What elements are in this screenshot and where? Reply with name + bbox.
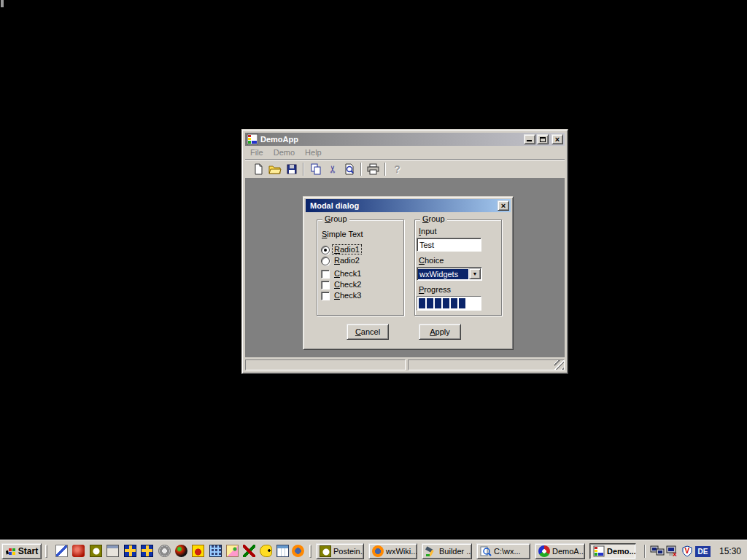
minimize-icon bbox=[527, 140, 532, 141]
choice-combobox[interactable]: wxWidgets ▼ bbox=[417, 267, 482, 281]
svg-text:×: × bbox=[673, 551, 677, 558]
demoapp-icon bbox=[247, 133, 258, 145]
svg-text:V: V bbox=[685, 547, 690, 555]
maximize-icon bbox=[540, 137, 546, 142]
minimize-button[interactable] bbox=[524, 134, 535, 144]
app-titlebar[interactable]: DemoApp × bbox=[245, 133, 565, 146]
quicklaunch-window-paper-icon[interactable] bbox=[107, 545, 119, 557]
check1-label[interactable]: Check1 bbox=[334, 269, 361, 278]
antivirus-shield-icon[interactable]: V bbox=[682, 545, 692, 557]
chevron-down-icon[interactable]: ▼ bbox=[469, 268, 481, 279]
taskbar-button-demoapp-active[interactable]: Demo... bbox=[589, 543, 636, 559]
quicklaunch-blue-figure-icon[interactable] bbox=[124, 545, 136, 557]
maximize-button[interactable] bbox=[537, 134, 549, 144]
dialog-close-button[interactable]: × bbox=[498, 201, 509, 211]
group-box-left: Group Simple Text Radio1 Radio2 Check1 C… bbox=[317, 219, 404, 316]
dialog-titlebar[interactable]: Modal dialog × bbox=[306, 199, 511, 212]
check3-label[interactable]: Check3 bbox=[334, 291, 361, 300]
close-button[interactable]: × bbox=[551, 134, 563, 144]
start-button[interactable]: Start bbox=[1, 543, 42, 559]
desktop-artifact bbox=[1, 0, 4, 7]
menubar: File Demo Help bbox=[245, 146, 565, 159]
network-disconnected-icon[interactable]: × bbox=[666, 545, 679, 558]
app-window-title: DemoApp bbox=[260, 135, 522, 144]
desktop: DemoApp × File Demo Help ✂ ? bbox=[0, 0, 747, 560]
quicklaunch-image-icon[interactable] bbox=[226, 545, 239, 557]
tray-divider bbox=[644, 545, 646, 558]
quicklaunch-red-green-x-icon[interactable] bbox=[243, 545, 255, 557]
radio1-label[interactable]: Radio1 bbox=[333, 245, 361, 254]
quicklaunch-yellow-flame-icon[interactable] bbox=[192, 545, 204, 557]
menu-file[interactable]: File bbox=[245, 147, 268, 158]
check3-box[interactable] bbox=[321, 292, 330, 300]
input-label: Input bbox=[419, 227, 436, 236]
copy-icon[interactable] bbox=[307, 161, 324, 177]
toolbar: ✂ ? bbox=[245, 159, 565, 178]
apply-button[interactable]: Apply bbox=[419, 324, 461, 340]
check2-box[interactable] bbox=[321, 281, 330, 289]
taskbar-gripper[interactable] bbox=[309, 545, 311, 558]
cut-icon[interactable]: ✂ bbox=[324, 161, 341, 177]
taskbar-button-wxwiki[interactable]: wxWiki... bbox=[368, 543, 417, 559]
taskbar-button-posteingang[interactable]: Postein... bbox=[316, 543, 364, 559]
network-computers-icon[interactable] bbox=[650, 545, 665, 557]
menu-demo[interactable]: Demo bbox=[268, 147, 300, 158]
print-icon[interactable] bbox=[365, 161, 382, 177]
quicklaunch-note-editor-icon[interactable] bbox=[55, 545, 68, 557]
color-swirl-icon bbox=[538, 545, 550, 557]
start-label: Start bbox=[18, 546, 38, 556]
group-label: Group bbox=[322, 214, 349, 223]
quicklaunch-gray-ring-icon[interactable] bbox=[158, 545, 171, 557]
dialog-title: Modal dialog bbox=[310, 201, 496, 210]
taskbar-button-builder[interactable]: Builder ... bbox=[422, 543, 472, 559]
statusbar-pane-1 bbox=[245, 359, 406, 370]
print-preview-icon[interactable] bbox=[341, 161, 357, 177]
taskbar: Start Postein... wxWiki... Builder ... bbox=[0, 540, 747, 560]
windows-logo-icon bbox=[5, 547, 16, 556]
progress-bar bbox=[417, 296, 481, 311]
language-indicator[interactable]: DE bbox=[695, 546, 711, 557]
quicklaunch-red-app-icon[interactable] bbox=[72, 545, 85, 557]
choice-label: Choice bbox=[419, 256, 444, 265]
menu-help[interactable]: Help bbox=[300, 147, 327, 158]
save-icon[interactable] bbox=[283, 161, 300, 177]
statusbar bbox=[245, 358, 565, 370]
hammer-icon bbox=[425, 545, 437, 557]
statusbar-pane-2 bbox=[408, 359, 565, 370]
radio2-button[interactable] bbox=[321, 257, 330, 265]
progress-label: Progress bbox=[419, 285, 451, 294]
input-field[interactable] bbox=[417, 238, 481, 252]
check1-box[interactable] bbox=[321, 270, 330, 279]
olive-clock-icon bbox=[320, 545, 331, 557]
quicklaunch-olive-clock-icon[interactable] bbox=[90, 545, 102, 557]
new-document-icon[interactable] bbox=[249, 161, 266, 177]
quicklaunch-firefox-icon[interactable] bbox=[292, 545, 304, 557]
toolbar-separator bbox=[360, 163, 362, 176]
search-icon bbox=[480, 545, 492, 557]
taskbar-button-explorer[interactable]: C:\wx... bbox=[476, 543, 530, 559]
toolbar-separator bbox=[384, 163, 386, 176]
check2-label[interactable]: Check2 bbox=[334, 280, 361, 289]
quicklaunch-gripper[interactable] bbox=[45, 545, 47, 558]
quicklaunch-dark-ball-icon[interactable] bbox=[175, 545, 187, 557]
resize-grip[interactable] bbox=[554, 360, 564, 370]
quicklaunch-fish-icon[interactable] bbox=[260, 545, 272, 557]
demoapp-icon bbox=[593, 545, 605, 557]
radio1-button[interactable] bbox=[321, 246, 330, 254]
group-box-right: Group Input Choice wxWidgets ▼ Progress bbox=[414, 219, 502, 316]
open-folder-icon[interactable] bbox=[266, 161, 283, 177]
quicklaunch-calculator-icon[interactable] bbox=[209, 545, 222, 557]
firefox-icon bbox=[372, 545, 384, 557]
toolbar-separator bbox=[303, 163, 304, 176]
modal-dialog: Modal dialog × Group Simple Text Radio1 … bbox=[303, 196, 514, 350]
quicklaunch-blue-figure-icon[interactable] bbox=[141, 545, 153, 557]
help-icon[interactable]: ? bbox=[389, 161, 406, 177]
cancel-button[interactable]: Cancel bbox=[347, 324, 389, 340]
group-label: Group bbox=[420, 214, 447, 223]
tray-clock[interactable]: 15:30 bbox=[719, 546, 741, 556]
close-icon: × bbox=[501, 202, 506, 210]
radio2-label[interactable]: Radio2 bbox=[334, 256, 360, 265]
quicklaunch-table-icon[interactable] bbox=[276, 545, 289, 557]
taskbar-button-demoapp-project[interactable]: DemoA... bbox=[535, 543, 585, 559]
system-tray: × V DE 15:30 bbox=[650, 543, 741, 559]
